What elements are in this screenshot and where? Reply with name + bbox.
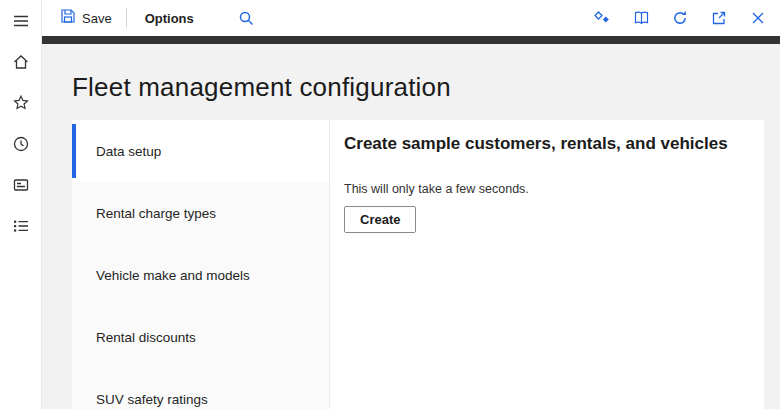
save-button[interactable]: Save bbox=[42, 0, 126, 36]
star-favorites-icon[interactable] bbox=[0, 82, 42, 123]
hierarchy-list-icon[interactable] bbox=[0, 205, 42, 246]
hamburger-menu-icon[interactable] bbox=[0, 0, 42, 41]
app-window: Save Options Fleet mana bbox=[0, 0, 780, 409]
left-icon-rail bbox=[0, 0, 42, 409]
tab-vehicle-make-and-models[interactable]: Vehicle make and models bbox=[72, 244, 329, 306]
tab-suv-safety-ratings[interactable]: SUV safety ratings bbox=[72, 368, 329, 409]
create-button[interactable]: Create bbox=[344, 206, 416, 233]
news-card-icon[interactable] bbox=[0, 164, 42, 205]
tab-content: Create sample customers, rentals, and ve… bbox=[330, 120, 764, 409]
search-icon[interactable] bbox=[238, 10, 254, 26]
options-tab[interactable]: Options bbox=[127, 0, 212, 36]
book-icon[interactable] bbox=[632, 9, 650, 27]
tab-data-setup[interactable]: Data setup bbox=[72, 120, 329, 182]
configuration-panel: Data setup Rental charge types Vehicle m… bbox=[72, 120, 764, 409]
save-button-label: Save bbox=[82, 11, 112, 26]
clock-recent-icon[interactable] bbox=[0, 123, 42, 164]
content-description: This will only take a few seconds. bbox=[344, 182, 744, 196]
tab-rental-charge-types[interactable]: Rental charge types bbox=[72, 182, 329, 244]
vertical-tab-list: Data setup Rental charge types Vehicle m… bbox=[72, 120, 330, 409]
home-icon[interactable] bbox=[0, 41, 42, 82]
open-new-window-icon[interactable] bbox=[710, 9, 728, 27]
save-icon bbox=[60, 8, 76, 28]
command-bar-right-icons bbox=[593, 9, 780, 27]
page-title: Fleet management configuration bbox=[72, 72, 451, 103]
close-icon[interactable] bbox=[749, 9, 767, 27]
command-bar: Save Options bbox=[42, 0, 780, 36]
tab-rental-discounts[interactable]: Rental discounts bbox=[72, 306, 329, 368]
dark-header-strip bbox=[42, 36, 780, 44]
refresh-icon[interactable] bbox=[671, 9, 689, 27]
content-heading: Create sample customers, rentals, and ve… bbox=[344, 134, 744, 154]
diamonds-icon[interactable] bbox=[593, 9, 611, 27]
main-area: Fleet management configuration Data setu… bbox=[42, 44, 780, 409]
